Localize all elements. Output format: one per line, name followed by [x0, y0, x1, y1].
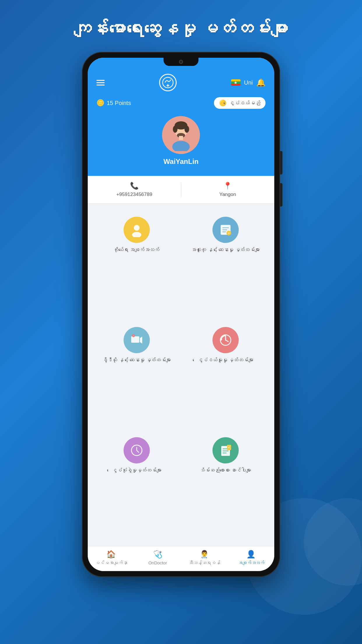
contact-bar: 📞 +959123456789 📍 Yangon: [88, 176, 274, 204]
video-doctor-label: ဗွီဒီယို နှင့် ဆေးနေးမှု မှတ်တမ်းများ: [102, 357, 171, 364]
location-text: Yangon: [219, 192, 236, 197]
menu-item-doctor-medicines[interactable]: + အထူးကု နှင့် ဆေးနေးမှု မှတ်တမ်းများ: [181, 209, 270, 320]
phone-icon: 📞: [130, 182, 139, 190]
flag-myanmar: [231, 79, 240, 86]
svg-point-5: [184, 126, 189, 133]
point-history-label: ငွေပံသုံးစွဲမှုမှတ်တမ်းများ: [112, 467, 161, 474]
nav-item-home[interactable]: 🏠 ပင်မစာမျက်နှာ: [88, 550, 134, 565]
home-icon: 🏠: [106, 550, 116, 559]
menu-grid: ကိုယ်ရေး အချက်အလက် + အထူးကု နှင့် ဆေးနေး…: [88, 204, 274, 546]
wallet-icon: 🪙: [96, 99, 104, 107]
svg-marker-18: [140, 337, 142, 344]
menu-item-payment-history[interactable]: ငွေပံဝယ်မူမှု မှတ်တမ်းများ: [181, 320, 270, 430]
doctors-label: သီးသန့်ဆရာဝန်: [189, 560, 220, 565]
phone-number: +959123456789: [116, 192, 152, 197]
payment-button[interactable]: 🟡 ငွေပံဝယ်မည်: [214, 97, 266, 109]
svg-point-10: [132, 232, 141, 237]
app-logo: [159, 74, 177, 91]
header-info: 🪙 15 Points 🟡 ငွေပံဝယ်မည်: [96, 97, 266, 109]
personal-info-label: ကိုယ်ရေး အချက်အလက်: [114, 246, 159, 253]
coin-icon: 🟡: [219, 99, 226, 106]
svg-rect-8: [179, 136, 183, 140]
doctors-icon: 👨‍⚕️: [200, 550, 209, 559]
volume-up-button[interactable]: [280, 151, 282, 174]
ondoctor-label: OnDoctor: [148, 560, 167, 565]
app-header: Uni 🔔 🪙 15 Points 🟡 ငွေပံဝယ်မည်: [88, 58, 274, 116]
bottom-nav: 🏠 ပင်မစာမျက်နှာ 🩺 OnDoctor 👨‍⚕️ သီးသန့်ဆ…: [88, 546, 274, 571]
svg-text:+: +: [228, 232, 230, 235]
page-title: ကျန်းမာရေးဆွေနေမှု မတ်တမ်းများ: [50, 18, 312, 40]
doctor-medicines-label: အထူးကု နှင့် ဆေးနေးမှု မှတ်တမ်းများ: [191, 246, 260, 253]
nav-item-profile[interactable]: 👤 အချက်အလက်: [228, 550, 274, 565]
location-icon: 📍: [223, 182, 232, 190]
point-history-icon-circle: [124, 437, 150, 463]
menu-item-personal-info[interactable]: ကိုယ်ရေး အချက်အလက်: [92, 209, 181, 320]
phone-frame: Uni 🔔 🪙 15 Points 🟡 ငွေပံဝယ်မည်: [82, 52, 280, 577]
front-camera: [179, 60, 183, 64]
profile-username: WaiYanLin: [164, 158, 198, 166]
header-top: Uni 🔔: [96, 74, 266, 91]
svg-rect-17: [131, 336, 139, 343]
phone-item[interactable]: 📞 +959123456789: [88, 176, 181, 203]
menu-button[interactable]: [96, 80, 105, 85]
svg-text:✓: ✓: [228, 445, 231, 449]
points-section: 🪙 15 Points: [96, 99, 131, 107]
location-item[interactable]: 📍 Yangon: [181, 176, 275, 203]
avatar: [162, 116, 200, 154]
profile-icon: 👤: [246, 550, 256, 559]
menu-item-point-history[interactable]: ငွေပံသုံးစွဲမှုမှတ်တမ်းများ: [92, 430, 181, 540]
nav-item-ondoctor[interactable]: 🩺 OnDoctor: [134, 550, 181, 565]
svg-text:!: !: [133, 335, 133, 337]
svg-point-4: [173, 126, 178, 133]
personal-info-icon-circle: [124, 217, 150, 243]
phone-screen: Uni 🔔 🪙 15 Points 🟡 ငွေပံဝယ်မည်: [88, 58, 274, 571]
profile-section: WaiYanLin: [88, 116, 274, 176]
ondoctor-icon: 🩺: [153, 550, 162, 559]
svg-point-9: [134, 225, 140, 231]
nav-item-doctors[interactable]: 👨‍⚕️ သီးသန့်ဆရာဝန်: [181, 550, 228, 565]
menu-item-saved-articles[interactable]: ✓ သိမ်းဆည်းထားသော ဆောင်ပါးများ: [181, 430, 270, 540]
notification-bell[interactable]: 🔔: [256, 78, 266, 87]
doctor-medicines-icon-circle: +: [212, 217, 239, 243]
profile-nav-label: အချက်အလက်: [238, 560, 264, 565]
saved-articles-label: သိမ်းဆည်းထားသော ဆောင်ပါးများ: [200, 467, 251, 474]
notch: [164, 58, 198, 66]
header-right: Uni 🔔: [231, 78, 266, 87]
saved-articles-icon-circle: ✓: [212, 437, 239, 463]
payment-label: ငွေပံဝယ်မည်: [229, 100, 260, 106]
points-label: 15 Points: [107, 100, 131, 106]
video-doctor-icon-circle: !: [124, 327, 150, 353]
payment-history-label: ငွေပံဝယ်မူမှု မှတ်တမ်းများ: [198, 357, 254, 364]
home-label: ပင်မစာမျက်နှာ: [95, 560, 127, 565]
payment-history-icon-circle: [212, 327, 239, 353]
user-name-label: Uni: [244, 79, 253, 86]
volume-down-button[interactable]: [280, 183, 282, 206]
menu-item-video-doctor[interactable]: ! ဗွီဒီယို နှင့် ဆေးနေးမှု မှတ်တမ်းများ: [92, 320, 181, 430]
